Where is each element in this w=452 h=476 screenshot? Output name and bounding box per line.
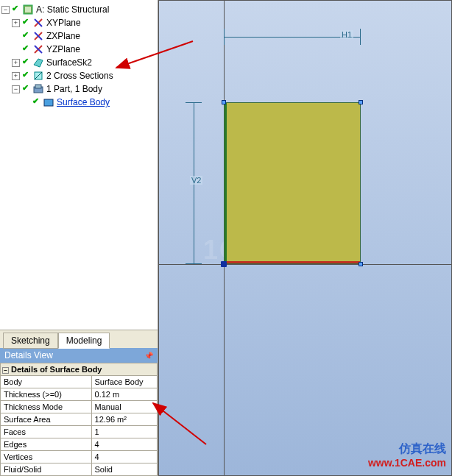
tree-item-yzplane[interactable]: YZPlane	[46, 44, 80, 54]
origin-point[interactable]	[221, 261, 227, 267]
prop-body-key: Body	[1, 376, 92, 388]
cross-section-icon	[32, 70, 44, 82]
prop-thickness-val[interactable]: 0.12 m	[91, 388, 157, 401]
details-header: Details View 📌	[0, 348, 158, 363]
prop-edges-key: Edges	[1, 438, 92, 451]
dimension-h1-label: H1	[340, 30, 353, 39]
prop-area-key: Surface Area	[1, 413, 92, 426]
check-icon	[21, 18, 31, 28]
edit-handle[interactable]	[359, 100, 363, 104]
prop-faces-key: Faces	[1, 426, 92, 438]
prop-thickmode-val[interactable]: Manual	[91, 401, 157, 413]
prop-verts-key: Vertices	[1, 451, 92, 463]
check-icon	[11, 5, 21, 15]
prop-faces-val: 1	[91, 426, 157, 438]
tree-tabs: Sketching Modeling	[0, 330, 158, 348]
pin-icon[interactable]: 📌	[144, 352, 153, 360]
axis-horizontal	[159, 264, 451, 265]
surface-body-icon	[43, 96, 54, 108]
svg-rect-11	[35, 85, 41, 88]
tree-item-surface-body[interactable]: Surface Body	[57, 97, 110, 107]
details-table: −Details of Surface Body BodySurface Bod…	[0, 363, 158, 476]
prop-fluidsolid-key: Fluid/Solid	[1, 463, 92, 476]
expander-xyplane[interactable]: +	[12, 19, 20, 27]
tree-item-parts[interactable]: 1 Part, 1 Body	[46, 84, 102, 94]
tab-sketching[interactable]: Sketching	[3, 333, 58, 349]
prop-thickmode-key: Thickness Mode	[1, 401, 92, 413]
details-title: Details View	[4, 350, 53, 360]
static-structural-icon	[22, 4, 34, 15]
edit-handle[interactable]	[222, 100, 226, 104]
expander-root[interactable]: −	[1, 6, 10, 14]
graphics-viewport[interactable]: 1CAE.COM H1 V2	[158, 0, 452, 476]
details-section-header: Details of Surface Body	[11, 365, 102, 374]
plane-icon	[32, 30, 44, 42]
svg-rect-1	[25, 7, 31, 13]
expander-crosssec[interactable]: +	[12, 72, 20, 80]
plane-icon	[32, 43, 44, 55]
expander-parts[interactable]: −	[12, 85, 20, 93]
check-icon	[21, 71, 31, 81]
check-icon	[21, 85, 31, 94]
branding: 仿真在线 www.1CAE.com	[368, 441, 446, 469]
branding-cn: 仿真在线	[368, 441, 446, 457]
surface-icon	[32, 57, 44, 68]
prop-thickness-key: Thickness (>=0)	[1, 388, 92, 401]
tree-item-zxplane[interactable]: ZXPlane	[46, 31, 80, 41]
prop-area-val: 12.96 m²	[91, 413, 157, 426]
part-icon	[32, 83, 44, 95]
dimension-h1[interactable]: H1	[224, 32, 361, 42]
dimension-v2-label: V2	[190, 176, 202, 185]
prop-body-val[interactable]: Surface Body	[91, 376, 157, 388]
model-tree[interactable]: − A: Static Structural + XYPlane	[0, 0, 158, 168]
tree-item-crosssections[interactable]: 2 Cross Sections	[46, 71, 113, 81]
surface-body-geometry[interactable]	[224, 102, 361, 264]
tree-item-xyplane[interactable]: XYPlane	[46, 18, 81, 28]
prop-edges-val: 4	[91, 438, 157, 451]
dimension-v2[interactable]: V2	[188, 102, 199, 264]
branding-url: www.1CAE.com	[368, 457, 446, 469]
edit-handle[interactable]	[359, 262, 363, 266]
check-icon	[21, 45, 31, 54]
check-icon	[32, 98, 41, 107]
tree-root-label[interactable]: A: Static Structural	[36, 4, 109, 15]
plane-icon	[32, 17, 44, 29]
check-icon	[21, 32, 31, 41]
tree-item-surfacesk2[interactable]: SurfaceSk2	[46, 57, 92, 68]
prop-verts-val: 4	[91, 451, 157, 463]
check-icon	[21, 58, 31, 68]
prop-fluidsolid-val[interactable]: Solid	[91, 463, 157, 476]
svg-rect-12	[44, 99, 53, 106]
expander-surfacesk[interactable]: +	[12, 59, 20, 67]
tab-modeling[interactable]: Modeling	[58, 333, 110, 349]
